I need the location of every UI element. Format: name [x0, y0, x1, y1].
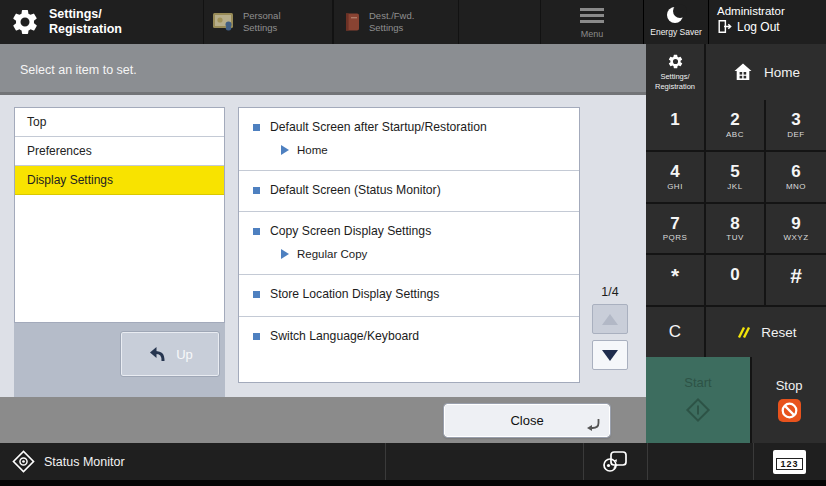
key-6[interactable]: 6MNO	[766, 152, 826, 202]
stop-icon	[777, 398, 802, 423]
screen-title: Settings/ Registration	[10, 0, 122, 44]
bullet-icon	[253, 187, 260, 194]
status-bar: Status Monitor 123	[0, 443, 826, 480]
nav-settings-line2: Registration	[655, 82, 695, 91]
side-nav: Settings/ Registration Home	[646, 44, 826, 100]
key-3[interactable]: 3DEF	[766, 100, 826, 150]
setting-value: Regular Copy	[297, 248, 367, 260]
personal-settings-icon	[212, 12, 236, 32]
logged-in-user-button[interactable]: Administrator Log Out	[708, 0, 826, 44]
numeric-display-button[interactable]: 123	[753, 443, 826, 480]
menu-button[interactable]: Menu	[540, 0, 644, 44]
triangle-up-icon	[602, 314, 618, 325]
setting-default-screen-status-monitor[interactable]: Default Screen (Status Monitor)	[239, 171, 579, 213]
hard-keys: Start Stop	[646, 357, 826, 443]
device-touchscreen: Settings/ Registration Personal Settings…	[0, 0, 826, 486]
up-label: Up	[176, 347, 193, 362]
numeric-keypad: 1 2ABC 3DEF 4GHI 5JKL 6MNO 7PQRS 8TUV 9W…	[646, 100, 826, 357]
counter-check-icon	[602, 450, 629, 474]
close-label: Close	[510, 413, 543, 428]
setting-default-screen-startup[interactable]: Default Screen after Startup/Restoration…	[239, 108, 579, 171]
log-out-icon	[717, 19, 732, 34]
start-label: Start	[684, 375, 711, 390]
reset-button[interactable]: Reset	[706, 307, 826, 357]
footer-band: Close	[0, 397, 646, 443]
close-button[interactable]: Close	[444, 404, 610, 437]
stop-label: Stop	[776, 378, 803, 393]
up-arrow-icon	[147, 345, 166, 363]
counter-check-button[interactable]	[583, 443, 647, 480]
menu-label: Menu	[581, 29, 604, 39]
nav-settings-line1: Settings/	[660, 72, 689, 81]
page-indicator: 1/4	[588, 285, 632, 299]
start-diamond-icon	[683, 395, 713, 425]
numeric-badge-text: 123	[776, 458, 802, 470]
close-return-arrow-icon	[585, 416, 601, 432]
message-text: Select an item to set.	[20, 63, 137, 77]
value-arrow-icon	[281, 145, 289, 155]
key-4[interactable]: 4GHI	[646, 152, 704, 202]
screen-title-line2: Registration	[49, 22, 122, 37]
setting-switch-language-keyboard[interactable]: Switch Language/Keyboard	[239, 317, 579, 383]
category-item-top[interactable]: Top	[15, 108, 224, 137]
dest-fwd-settings-button[interactable]: Dest./Fwd. Settings	[333, 0, 459, 44]
key-0[interactable]: 0	[706, 255, 764, 305]
key-7[interactable]: 7PQRS	[646, 204, 704, 254]
key-star[interactable]: *	[646, 255, 704, 305]
nav-settings-registration-button[interactable]: Settings/ Registration	[646, 44, 704, 100]
screen-title-line1: Settings/	[49, 7, 122, 22]
setting-copy-screen-display[interactable]: Copy Screen Display Settings Regular Cop…	[239, 212, 579, 275]
nav-home-label: Home	[764, 65, 800, 80]
key-2[interactable]: 2ABC	[706, 100, 764, 150]
value-arrow-icon	[281, 249, 289, 259]
bullet-icon	[253, 333, 260, 340]
setting-value: Home	[297, 144, 328, 156]
page-up-button[interactable]	[592, 304, 628, 334]
bullet-icon	[253, 228, 260, 235]
status-monitor-label: Status Monitor	[44, 455, 125, 469]
key-clear[interactable]: C	[646, 307, 704, 357]
hamburger-icon	[580, 5, 604, 26]
category-item-display-settings[interactable]: Display Settings	[15, 166, 224, 195]
dest-fwd-settings-label: Dest./Fwd. Settings	[369, 10, 425, 34]
energy-saver-label: Energy Saver	[650, 27, 702, 37]
bullet-icon	[253, 124, 260, 131]
personal-settings-button[interactable]: Personal Settings	[203, 0, 333, 44]
user-name: Administrator	[717, 5, 826, 17]
page-down-button[interactable]	[592, 340, 628, 370]
moon-icon	[667, 7, 685, 25]
settings-category-list: Top Preferences Display Settings	[14, 107, 225, 323]
stop-button[interactable]: Stop	[752, 357, 826, 443]
home-icon	[732, 61, 754, 83]
numeric-badge-icon: 123	[773, 450, 805, 474]
nav-home-button[interactable]: Home	[706, 44, 826, 100]
log-out-label: Log Out	[737, 20, 780, 34]
up-button[interactable]: Up	[120, 331, 220, 377]
up-button-area: Up	[14, 323, 225, 397]
gear-icon	[667, 53, 684, 70]
triangle-down-icon	[602, 350, 618, 361]
status-monitor-button[interactable]: Status Monitor	[12, 443, 125, 480]
bullet-icon	[253, 291, 260, 298]
key-9[interactable]: 9WXYZ	[766, 204, 826, 254]
personal-settings-label: Personal Settings	[243, 10, 299, 34]
reset-label: Reset	[761, 325, 796, 340]
key-1[interactable]: 1	[646, 100, 704, 150]
category-item-preferences[interactable]: Preferences	[15, 137, 224, 166]
main-content: Top Preferences Display Settings Up Defa…	[0, 95, 646, 397]
gear-icon	[10, 7, 40, 37]
energy-saver-button[interactable]: Energy Saver	[646, 0, 706, 44]
setting-store-location-display[interactable]: Store Location Display Settings	[239, 275, 579, 317]
start-button[interactable]: Start	[646, 357, 750, 443]
key-hash[interactable]: #	[766, 255, 826, 305]
top-bar: Settings/ Registration Personal Settings…	[0, 0, 826, 44]
address-book-icon	[342, 12, 362, 32]
status-monitor-icon	[12, 450, 35, 473]
message-bar: Select an item to set.	[0, 44, 646, 95]
key-5[interactable]: 5JKL	[706, 152, 764, 202]
reset-slashes-icon	[735, 325, 752, 340]
bottom-strip	[0, 480, 826, 486]
key-8[interactable]: 8TUV	[706, 204, 764, 254]
settings-item-list: Default Screen after Startup/Restoration…	[238, 107, 580, 383]
